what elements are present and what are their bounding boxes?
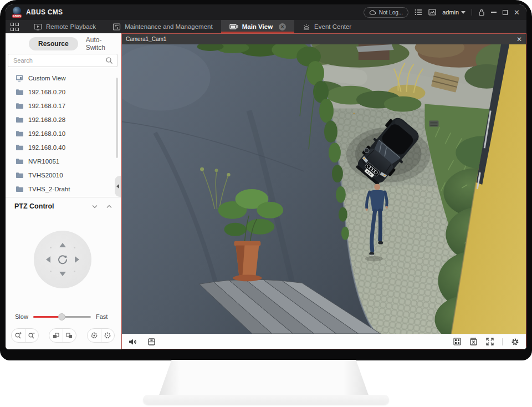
fullscreen-icon[interactable] [486, 338, 494, 345]
list-item-device[interactable]: 192.168.0.17 [6, 99, 114, 113]
folder-icon [16, 171, 23, 179]
ptz-iris-group [87, 328, 115, 343]
module-tab-bar: Remote Playback Maintenance and Manageme… [6, 20, 526, 33]
close-video-icon[interactable]: ✕ [516, 36, 522, 43]
main-area: Resource Auto-Switch Custom View [6, 33, 526, 349]
window-division-icon[interactable] [453, 338, 461, 345]
screenshot-gallery-icon[interactable] [428, 9, 436, 16]
ptz-down-arrow[interactable] [59, 272, 66, 276]
tab-remote-playback[interactable]: Remote Playback [25, 20, 104, 33]
toolbar-divider [502, 338, 503, 345]
monitor-stand-base [143, 395, 389, 404]
app-window: ABUS ABUS CMS Not Log... admin [6, 4, 526, 349]
maximize-button[interactable] [503, 10, 508, 15]
video-tile-header[interactable]: Camera1_Cam1 ✕ [122, 34, 526, 44]
ptz-focus-group [49, 328, 76, 343]
camera-name: Camera1_Cam1 [126, 36, 166, 42]
list-item-device[interactable]: TVHS20010 [6, 168, 114, 182]
iris-close-button[interactable] [101, 329, 115, 342]
ptz-diagonal-dot [74, 271, 75, 272]
chevron-up-icon[interactable] [106, 205, 112, 208]
ptz-diagonal-dot [74, 247, 75, 248]
iris-open-button[interactable] [88, 329, 101, 342]
task-list-icon[interactable] [415, 9, 422, 16]
folder-icon [16, 88, 23, 95]
ptz-control-title: PTZ Control [14, 202, 83, 210]
list-item-device[interactable]: NVR10051 [6, 154, 114, 168]
fast-label: Fast [96, 313, 108, 320]
tab-main-view[interactable]: Main View ✕ [221, 20, 294, 33]
search-input[interactable] [12, 57, 105, 64]
tab-event-center[interactable]: Event Center [294, 20, 360, 33]
tab-close-icon[interactable]: ✕ [279, 23, 286, 30]
tab-auto-switch[interactable]: Auto-Switch [86, 36, 121, 52]
ptz-zoom-group [11, 328, 39, 343]
device-search[interactable] [8, 54, 117, 67]
zoom-in-button[interactable] [12, 329, 25, 342]
resource-sidebar: Resource Auto-Switch Custom View [6, 33, 121, 349]
apps-grid-icon[interactable] [11, 23, 19, 31]
collapse-arrow-icon [116, 184, 119, 189]
device-list-scrollbar[interactable] [116, 78, 118, 158]
tab-label: Remote Playback [46, 23, 96, 30]
record-icon[interactable] [148, 338, 155, 345]
list-item-device[interactable]: 192.168.0.40 [6, 140, 114, 154]
focus-far-button[interactable] [63, 329, 76, 342]
video-grid: Camera1_Cam1 ✕ [121, 33, 526, 349]
ptz-diagonal-dot [50, 247, 52, 248]
maintenance-monitor-icon [112, 23, 121, 30]
title-bar: ABUS ABUS CMS Not Log... admin [6, 4, 526, 20]
abus-logo-badge: ABUS [12, 14, 22, 18]
video-tile[interactable]: Camera1_Cam1 ✕ [121, 33, 526, 349]
camera-video-canvas[interactable] [122, 44, 526, 334]
monitor-stand-neck [159, 360, 369, 395]
ptz-speed-thumb[interactable] [58, 313, 65, 320]
gear-icon[interactable] [511, 338, 519, 346]
sidebar-divider [6, 197, 121, 197]
close-window-button[interactable]: ✕ [514, 9, 520, 16]
list-item-device[interactable]: 192.168.0.20 [6, 85, 114, 99]
folder-icon [16, 157, 23, 165]
folder-icon [16, 144, 23, 151]
ptz-left-arrow[interactable] [46, 256, 50, 263]
scene-drain [429, 120, 438, 126]
ptz-up-arrow[interactable] [59, 243, 66, 247]
device-list: Custom View 192.168.0.20 192.168.0.17 19… [6, 71, 114, 196]
chevron-down-icon[interactable] [92, 205, 98, 208]
ptz-right-arrow[interactable] [75, 256, 79, 263]
close-all-video-icon[interactable] [469, 338, 478, 345]
tab-maintenance-management[interactable]: Maintenance and Management [104, 20, 221, 33]
cloud-icon [369, 9, 376, 15]
user-menu[interactable]: admin [442, 9, 466, 16]
desktop-stage: ABUS ABUS CMS Not Log... admin [0, 0, 532, 407]
audio-icon[interactable] [129, 338, 137, 345]
list-item-custom-view[interactable]: Custom View [6, 71, 114, 85]
tab-label: Event Center [314, 23, 351, 30]
custom-view-icon [16, 74, 23, 82]
minimize-button[interactable] [491, 12, 497, 13]
ptz-auto-pan-icon[interactable] [53, 250, 73, 269]
lock-icon[interactable] [478, 9, 485, 16]
ptz-speed-track[interactable] [33, 316, 91, 318]
cloud-login-status[interactable]: Not Log... [364, 7, 408, 18]
folder-icon [16, 185, 23, 192]
folder-icon [16, 116, 23, 123]
folder-icon [16, 130, 23, 137]
focus-near-button[interactable] [49, 329, 63, 342]
user-name: admin [442, 9, 459, 16]
list-item-device[interactable]: TVHS_2-Draht [6, 182, 114, 196]
list-item-device[interactable]: 192.168.0.28 [6, 113, 114, 126]
main-view-monitor-icon [229, 23, 238, 30]
list-item-device[interactable]: 192.168.0.10 [6, 126, 114, 140]
search-icon [105, 57, 113, 64]
app-title: ABUS CMS [26, 8, 63, 16]
zoom-out-button[interactable] [25, 329, 39, 342]
playback-monitor-icon [34, 23, 42, 30]
tab-resource[interactable]: Resource [29, 37, 78, 50]
titlebar-divider [472, 9, 472, 16]
sidebar-collapse-handle[interactable] [115, 176, 121, 197]
camera-scene [122, 44, 526, 334]
tab-label: Maintenance and Management [125, 23, 213, 30]
ptz-joystick[interactable] [34, 231, 91, 288]
slow-label: Slow [15, 313, 28, 320]
